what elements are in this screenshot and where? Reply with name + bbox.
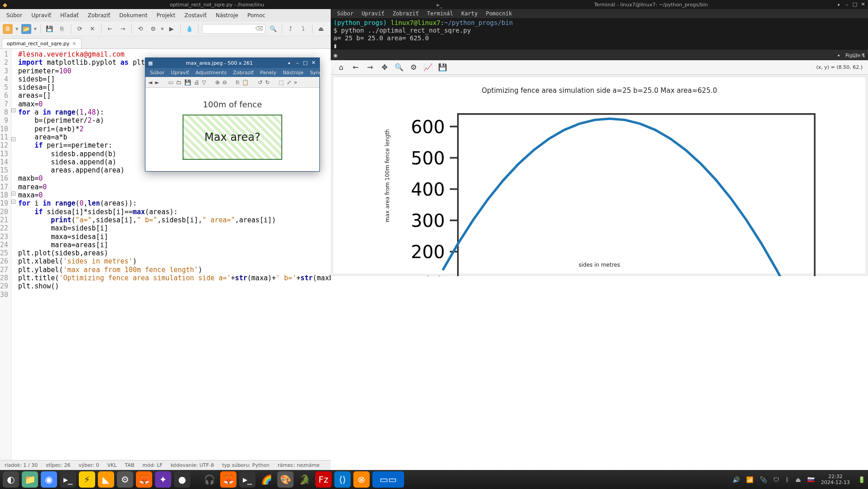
imgviewer-close-icon[interactable]: ✕ [310,60,317,67]
reload-icon[interactable]: ⟳ [75,24,85,34]
resize-icon[interactable]: ⤢ [287,79,291,86]
next-image-icon[interactable]: ► [155,79,159,86]
imgviewer-pin-icon[interactable]: ⬥ [286,60,292,67]
imgviewer-titlebar[interactable]: ▦ max_area.jpeg - 500 x 261 ⬥ － □ ✕ [145,58,319,68]
build-icon[interactable]: ⚙ [148,24,158,34]
save-icon[interactable]: 💾 [184,79,191,86]
iv-menu-tools[interactable]: Nástroje [280,69,306,77]
dropdown-icon[interactable]: ▾ [161,25,164,32]
more-icon[interactable]: » [294,79,297,86]
crop-icon[interactable]: ⬚ [279,79,284,86]
menu-document[interactable]: Dokument [116,10,151,20]
figure-minimize-icon[interactable]: － [844,52,850,59]
nav-forward-icon[interactable]: → [118,24,128,34]
term-menu-view[interactable]: Zobraziť [389,9,423,18]
chart-icon[interactable]: 📈 [423,62,433,72]
term-menu-terminal[interactable]: Terminál [424,9,457,18]
figure-unmax-icon[interactable]: ⬥ [835,52,842,59]
fold-marker-icon[interactable]: − [11,108,15,112]
workspace-switcher[interactable]: ▭▭ [372,471,404,488]
menu-file[interactable]: Súbor [3,10,26,20]
iv-menu-file[interactable]: Súbor [147,69,167,77]
term-menu-edit[interactable]: Upraviť [358,9,388,18]
dropdown-icon[interactable]: ▾ [15,25,19,32]
menu-edit[interactable]: Upraviť [28,10,55,20]
app-icon[interactable]: ⊗ [353,471,370,488]
terminal-icon[interactable]: ▸_ [239,471,256,488]
bluetooth-icon[interactable]: ᛒ [786,476,789,483]
terminal-pane[interactable]: Súbor Upraviť Zobraziť Terminál Karty Po… [331,9,868,50]
app-icon[interactable]: ● [174,471,190,488]
line-wrap-icon[interactable]: ⤵ [299,24,309,34]
search-input[interactable]: ⌫ [202,24,265,34]
clock[interactable]: 22:32 2024-12-13 [821,474,852,485]
menu-tools[interactable]: Nástroje [212,10,242,20]
close-tab-icon[interactable]: ✕ [72,41,76,47]
fold-marker-icon[interactable]: − [11,200,15,204]
volume-icon[interactable]: 🔊 [733,476,740,483]
menu-view[interactable]: Zobraziť [84,10,114,20]
eject-icon[interactable]: ⏏ [796,476,801,483]
clear-search-icon[interactable]: ⌫ [256,25,263,32]
firefox-icon[interactable]: 🦊 [136,471,152,488]
flag-icon[interactable]: 🇸🇰 [807,476,815,483]
back-icon[interactable]: ← [351,62,361,72]
clip-icon[interactable]: 📎 [760,476,767,483]
dropdown-icon[interactable]: ▾ [34,25,37,32]
gimp-icon[interactable]: 🎨 [277,471,294,488]
rotate-right-icon[interactable]: ↻ [265,79,270,86]
settings-icon[interactable]: ⚙ [117,471,133,488]
menu-project[interactable]: Projekt [153,10,178,20]
goto-line-icon[interactable]: ⤴ [286,24,296,34]
plot-area[interactable]: Optimizing fence area simulation side a=… [333,77,865,273]
folder-icon[interactable]: 🗀 [176,79,182,86]
new-file-icon[interactable]: 🗎 [3,24,13,34]
figure-maximize-icon[interactable]: □ [852,52,858,59]
terminal-close-icon[interactable]: ✕ [860,1,866,8]
term-menu-file[interactable]: Súbor [333,9,357,18]
figure-close-icon[interactable]: ✕ [860,52,866,59]
save-all-icon[interactable]: ⎘ [57,24,67,34]
app-icon[interactable]: 🌈 [258,471,275,488]
chromium-icon[interactable]: ◉ [41,471,57,488]
zoom-out-icon[interactable]: ⊖ [222,79,227,86]
filter-icon[interactable]: ▽ [202,79,206,86]
firefox-icon[interactable]: 🦊 [220,471,236,488]
menu-build[interactable]: Zostaviť [181,10,210,20]
iv-menu-view[interactable]: Zobraziť [230,69,256,77]
copy-icon[interactable]: ⎘ [236,79,239,86]
app-icon[interactable]: ✦ [155,471,171,488]
term-menu-tabs[interactable]: Karty [458,9,481,18]
terminal-minimize-icon[interactable]: － [844,1,850,8]
shield-icon[interactable]: 🛡 [773,476,779,483]
home-icon[interactable]: ⌂ [336,62,346,72]
save-icon[interactable]: 💾 [44,24,54,34]
iv-menu-edit[interactable]: Upraviť [168,69,192,77]
save-figure-icon[interactable]: 💾 [438,62,448,72]
filezilla-icon[interactable]: Fz [315,471,332,488]
nav-back-icon[interactable]: ← [105,24,115,34]
terminal-output[interactable]: (python_progs) linux7@linux7:~/python_pr… [331,18,868,51]
paste-icon[interactable]: 📋 [242,79,249,86]
file-manager-icon[interactable]: 📁 [22,471,38,488]
app-icon[interactable]: 🐊 [296,471,313,488]
terminal-unmax-icon[interactable]: ⬥ [835,1,842,8]
headphones-icon[interactable]: 🎧 [201,471,217,488]
app-icon[interactable]: ◣ [98,471,114,488]
browse-icon[interactable]: ▭ [168,79,173,86]
file-tab[interactable]: optimal_rect_not_sqre.py ✕ [2,38,82,48]
configure-icon[interactable]: ⚙ [409,62,419,72]
fold-marker-icon[interactable]: − [11,137,15,141]
fold-marker-icon[interactable]: − [11,192,15,196]
menu-search[interactable]: Hľadať [57,10,82,20]
forward-icon[interactable]: → [365,62,375,72]
term-menu-help[interactable]: Pomocník [482,9,516,18]
iv-menu-panels[interactable]: Panely [257,69,279,77]
color-icon[interactable]: 💧 [184,24,194,34]
exit-icon[interactable]: ⏏ [316,24,326,34]
network-icon[interactable]: 📶 [746,476,753,483]
app-menu-icon[interactable]: ◐ [3,471,19,488]
zoom-in-icon[interactable]: ⊕ [215,79,220,86]
imgviewer-maximize-icon[interactable]: □ [302,60,309,67]
print-icon[interactable]: 🖨 [194,79,199,86]
